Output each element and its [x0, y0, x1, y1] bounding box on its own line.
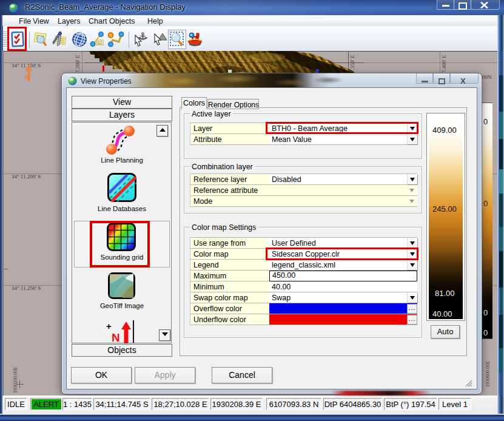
svg-text:62: 62 [98, 41, 102, 45]
svg-text:N: N [25, 73, 30, 82]
svg-text:N: N [112, 331, 120, 343]
